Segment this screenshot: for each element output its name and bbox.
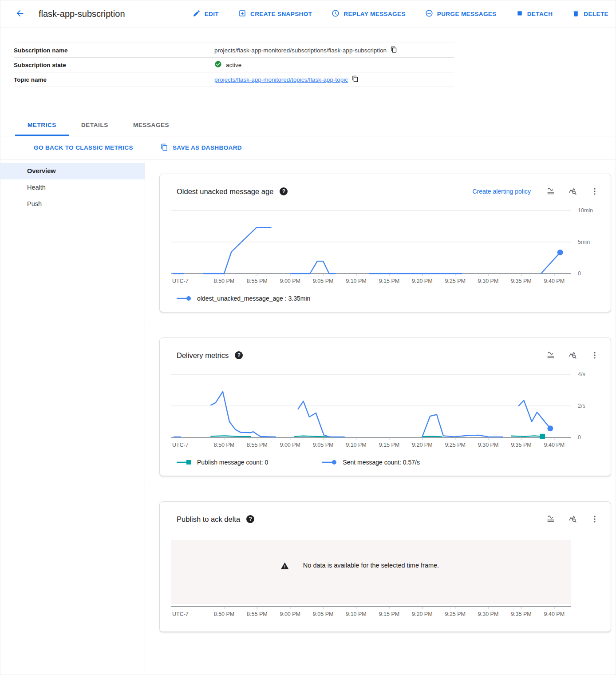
delete-button[interactable]: DELETE xyxy=(572,10,608,19)
tab-metrics[interactable]: METRICS xyxy=(15,115,69,136)
help-icon[interactable]: ? xyxy=(280,187,288,195)
clock-icon xyxy=(332,9,340,19)
header-actions: EDIT CREATE SNAPSHOT REPLAY MESSAGES PUR… xyxy=(193,9,608,19)
svg-text:9:30 PM: 9:30 PM xyxy=(478,611,499,617)
copy-icon xyxy=(352,75,359,83)
replay-messages-button[interactable]: REPLAY MESSAGES xyxy=(332,9,406,19)
svg-text:9:10 PM: 9:10 PM xyxy=(346,442,367,448)
svg-text:9:00 PM: 9:00 PM xyxy=(280,611,300,617)
metrics-toolbar: GO BACK TO CLASSIC METRICS SAVE AS DASHB… xyxy=(0,136,616,159)
remove-circle-icon xyxy=(425,9,433,19)
sidebar-item-overview[interactable]: Overview xyxy=(0,163,145,179)
oldest-unacked-message-age-card: Oldest unacked message age ? Create aler… xyxy=(159,174,611,312)
oldest-unacked-chart: 8:50 PM8:55 PM9:00 PM9:05 PM9:10 PM9:15 … xyxy=(171,206,599,290)
subscription-info-table: Subscription name projects/flask-app-mon… xyxy=(14,43,454,87)
table-row: Topic name projects/flask-app-monitored/… xyxy=(14,72,454,87)
header-toolbar: flask-app-subscription EDIT CREATE SNAPS… xyxy=(0,0,616,28)
more-options-icon[interactable] xyxy=(590,515,599,524)
tab-details[interactable]: DETAILS xyxy=(69,115,121,136)
svg-text:9:05 PM: 9:05 PM xyxy=(313,278,334,284)
metrics-explorer-icon[interactable] xyxy=(568,514,578,524)
chart-title: Oldest unacked message age xyxy=(177,187,273,196)
svg-text:8:55 PM: 8:55 PM xyxy=(247,611,268,617)
table-row: Subscription name projects/flask-app-mon… xyxy=(14,43,454,58)
edit-button[interactable]: EDIT xyxy=(193,9,219,19)
legend-toggle-icon[interactable] xyxy=(546,187,556,196)
trash-icon xyxy=(572,10,580,19)
svg-text:UTC-7: UTC-7 xyxy=(172,611,189,617)
svg-text:9:20 PM: 9:20 PM xyxy=(412,278,433,284)
purge-messages-button[interactable]: PURGE MESSAGES xyxy=(425,9,497,19)
sidebar-item-health[interactable]: Health xyxy=(0,179,145,196)
svg-text:9:25 PM: 9:25 PM xyxy=(445,442,466,448)
legend-toggle-icon[interactable] xyxy=(546,514,556,524)
legend-item: Publish message count: 0 xyxy=(176,459,268,466)
tab-messages[interactable]: MESSAGES xyxy=(121,115,182,136)
svg-text:9:40 PM: 9:40 PM xyxy=(544,278,565,284)
stop-square-icon xyxy=(516,10,523,18)
svg-text:8:50 PM: 8:50 PM xyxy=(214,611,235,617)
tabbar: METRICS DETAILS MESSAGES xyxy=(0,115,616,136)
svg-text:9:15 PM: 9:15 PM xyxy=(379,442,400,448)
back-button[interactable] xyxy=(11,5,29,23)
svg-text:9:10 PM: 9:10 PM xyxy=(346,278,367,284)
chart-title: Delivery metrics xyxy=(177,351,229,360)
back-arrow-icon xyxy=(15,8,25,20)
chart-legend: Publish message count: 0 Sent message co… xyxy=(176,459,599,466)
status-badge: active xyxy=(226,62,241,68)
chart-row: Oldest unacked message age ? Create aler… xyxy=(145,159,616,323)
svg-text:8:55 PM: 8:55 PM xyxy=(247,442,268,448)
svg-text:9:00 PM: 9:00 PM xyxy=(280,442,300,448)
svg-text:9:00 PM: 9:00 PM xyxy=(280,278,300,284)
subscription-name-value: projects/flask-app-monitored/subscriptio… xyxy=(214,47,387,54)
chart-legend: oldest_unacked_message_age : 3.35min xyxy=(176,295,599,302)
help-icon[interactable]: ? xyxy=(246,515,254,523)
copy-topic-name-button[interactable] xyxy=(352,75,359,83)
go-back-classic-metrics-link[interactable]: GO BACK TO CLASSIC METRICS xyxy=(34,144,133,151)
metrics-explorer-icon[interactable] xyxy=(568,350,578,360)
svg-text:9:35 PM: 9:35 PM xyxy=(511,278,532,284)
svg-text:9:05 PM: 9:05 PM xyxy=(313,611,334,617)
sidebar-item-push[interactable]: Push xyxy=(0,196,145,212)
svg-text:9:30 PM: 9:30 PM xyxy=(478,442,499,448)
page-title: flask-app-subscription xyxy=(39,9,125,19)
svg-text:2/s: 2/s xyxy=(578,403,585,409)
svg-text:9:25 PM: 9:25 PM xyxy=(445,278,466,284)
status-check-icon xyxy=(214,60,222,69)
more-options-icon[interactable] xyxy=(590,187,599,196)
subscription-name-label: Subscription name xyxy=(14,47,214,54)
svg-text:0: 0 xyxy=(578,434,581,441)
copy-subscription-name-button[interactable] xyxy=(391,46,397,54)
svg-text:9:30 PM: 9:30 PM xyxy=(478,278,499,284)
copy-icon xyxy=(391,46,397,54)
svg-text:9:25 PM: 9:25 PM xyxy=(445,611,466,617)
svg-text:8:50 PM: 8:50 PM xyxy=(214,278,235,284)
svg-text:4/s: 4/s xyxy=(578,371,585,377)
save-as-dashboard-button[interactable]: SAVE AS DASHBOARD xyxy=(161,143,242,152)
create-snapshot-button[interactable]: CREATE SNAPSHOT xyxy=(238,9,312,19)
legend-item: Sent message count: 0.57/s xyxy=(321,459,420,466)
charts-main: Oldest unacked message age ? Create aler… xyxy=(145,159,616,670)
svg-text:0: 0 xyxy=(578,270,581,277)
svg-text:UTC-7: UTC-7 xyxy=(172,278,189,284)
topic-name-label: Topic name xyxy=(14,76,214,83)
edit-icon xyxy=(193,9,201,19)
svg-text:8:50 PM: 8:50 PM xyxy=(214,442,235,448)
legend-toggle-icon[interactable] xyxy=(546,350,556,360)
svg-text:9:15 PM: 9:15 PM xyxy=(379,278,400,284)
chart-row: Delivery metrics ? 8:50 PM8:55 PM9:00 PM… xyxy=(145,323,616,487)
chart-row: Publish to ack delta ? No data is availa… xyxy=(145,487,616,643)
help-icon[interactable]: ? xyxy=(235,351,243,359)
svg-text:10min: 10min xyxy=(578,207,593,214)
metrics-explorer-icon[interactable] xyxy=(568,187,578,196)
svg-text:9:20 PM: 9:20 PM xyxy=(412,611,433,617)
svg-text:UTC-7: UTC-7 xyxy=(172,442,189,448)
detach-button[interactable]: DETACH xyxy=(516,10,553,18)
create-alerting-policy-link[interactable]: Create alerting policy xyxy=(472,188,531,195)
topic-link[interactable]: projects/flask-app-monitored/topics/flas… xyxy=(214,76,348,83)
more-options-icon[interactable] xyxy=(590,351,599,360)
table-row: Subscription state active xyxy=(14,58,454,72)
chart-title: Publish to ack delta xyxy=(177,515,240,524)
publish-to-ack-delta-chart: No data is available for the selected ti… xyxy=(171,539,599,623)
svg-text:No data is available for the s: No data is available for the selected ti… xyxy=(303,562,439,569)
